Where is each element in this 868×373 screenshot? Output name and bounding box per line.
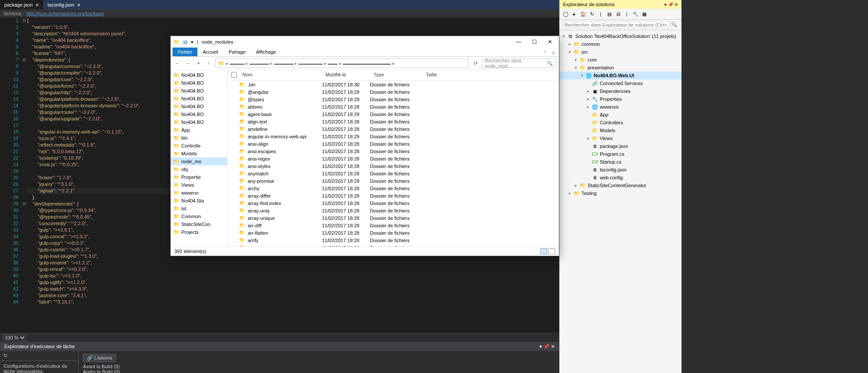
explorer-nav-pane[interactable]: 📁No404.BO📁No404.BO📁No404.BO📁No404.BO📁No4… (171, 70, 228, 246)
file-row[interactable]: 📁abbrev11/02/2017 18:28Dossier de fichie… (228, 103, 559, 110)
tree-item[interactable]: 🗎web.config (560, 174, 681, 181)
select-all-checkbox[interactable] (231, 72, 237, 78)
editor-tab[interactable]: package.json✕ (0, 0, 43, 10)
nav-tree-item[interactable]: 📁No404.BO (171, 103, 227, 110)
solution-tree[interactable]: ▾ ⧉ Solution 'No404BackOfficeSolution' (… (560, 31, 681, 373)
collapse-icon[interactable]: ⊟ (615, 10, 622, 17)
file-row[interactable]: 📁any-promise11/02/2017 18:29Dossier de f… (228, 177, 559, 185)
nav-tree-item[interactable]: 📁No404.BO (171, 71, 227, 79)
nav-tree-item[interactable]: 📁Common (171, 212, 227, 220)
solution-search-input[interactable] (562, 21, 669, 29)
explorer-search[interactable]: Rechercher dans : node_mod… 🔍 (482, 58, 556, 68)
nav-tree-item[interactable]: 📁No404.BO (171, 110, 227, 118)
home-icon[interactable]: 🏠 (580, 10, 587, 17)
file-row[interactable]: 📁array-find-index11/02/2017 18:28Dossier… (228, 199, 559, 207)
nav-tree-item[interactable]: 📁No404.BO (171, 79, 227, 87)
tree-item[interactable]: ▾🌐No404.BO.Web.UI (560, 72, 681, 79)
back-icon[interactable]: ◯ (562, 10, 569, 17)
file-row[interactable]: 📁ansi-styles11/02/2017 18:28Dossier de f… (228, 162, 559, 170)
nav-tree-item[interactable]: 📁Propertie (171, 173, 227, 181)
column-size[interactable]: Taille (422, 70, 449, 80)
view-icon[interactable]: ▦ (641, 10, 648, 17)
ribbon-tab[interactable]: Accueil (197, 48, 223, 56)
column-modified[interactable]: Modifié le (322, 70, 370, 80)
maximize-button[interactable]: ☐ (528, 39, 540, 45)
nav-back-button[interactable]: ← (173, 61, 181, 66)
tree-item[interactable]: ▾📁presentation (560, 64, 681, 72)
nav-dropdown-icon[interactable]: ▾ (194, 61, 202, 65)
nav-tree-item[interactable]: 📁tst (171, 205, 227, 212)
file-row[interactable]: 📁@angular11/02/2017 18:29Dossier de fich… (228, 88, 559, 96)
nav-tree-item[interactable]: 📁wwwroo (171, 189, 227, 197)
nav-tree-item[interactable]: 📁bin (171, 134, 227, 142)
ribbon-tab[interactable]: Partage (223, 48, 251, 56)
tree-item[interactable]: ▸📁common (560, 40, 681, 48)
column-type[interactable]: Type (370, 70, 422, 80)
show-all-icon[interactable]: ▤ (606, 10, 613, 17)
nav-tree-item[interactable]: 📁Views (171, 181, 227, 189)
file-row[interactable]: 📁arr-flatten11/02/2017 18:28Dossier de f… (228, 229, 559, 236)
nav-fwd-button[interactable]: → (184, 61, 192, 66)
nav-tree-item[interactable]: 📁No404.Sta (171, 197, 227, 205)
nav-tree-item[interactable]: 📁App (171, 126, 227, 134)
tree-item[interactable]: 📁Models (560, 127, 681, 134)
file-row[interactable]: 📁ansi-escapes11/02/2017 18:28Dossier de … (228, 147, 559, 155)
solution-toolbar[interactable]: ◯ ▸ 🏠 ↻ | ▤ ⊟ | 🔧 ▦ (560, 9, 681, 20)
nav-tree-item[interactable]: 📁No404.BO (171, 118, 227, 126)
schema-url[interactable]: http://json.schemastore.org/package (26, 11, 104, 16)
nav-tree-item[interactable]: 📁No404.BO (171, 87, 227, 95)
tree-item[interactable]: ▸📁core (560, 56, 681, 64)
sync-icon[interactable]: ↻ (588, 10, 595, 17)
tree-item[interactable]: ▸📁Testing (560, 189, 681, 197)
nav-tree-item[interactable]: 📁Projects (171, 228, 227, 236)
dropdown-icon[interactable]: ▾ (191, 39, 194, 45)
ribbon-expand-icon[interactable]: ˅ (541, 51, 549, 56)
nav-tree-item[interactable]: 📁obj (171, 165, 227, 173)
tab-close-icon[interactable]: ✕ (35, 3, 39, 7)
file-row[interactable]: 📁array-unique11/02/2017 18:28Dossier de … (228, 214, 559, 222)
nav-tree-item[interactable]: 📁Controlle (171, 142, 227, 150)
quick-access-icon[interactable]: ▤ (183, 39, 187, 45)
tree-item[interactable]: 📁Controllers (560, 119, 681, 127)
zoom-select[interactable]: 100 % (3, 334, 26, 341)
refresh-button[interactable]: ↻ (0, 351, 78, 361)
tree-item[interactable]: C#Program.cs (560, 150, 681, 158)
file-row[interactable]: 📁archy11/02/2017 18:28Dossier de fichier… (228, 185, 559, 192)
close-button[interactable]: ✕ (544, 39, 556, 45)
tree-item[interactable]: 📁App (560, 111, 681, 119)
tree-item[interactable]: ▸🔧Properties (560, 95, 681, 103)
file-row[interactable]: 📁@types11/02/2017 18:29Dossier de fichie… (228, 96, 559, 103)
tree-item[interactable]: 🗎package.json (560, 142, 681, 150)
file-row[interactable]: 📁array-uniq11/02/2017 18:28Dossier de fi… (228, 207, 559, 214)
solution-root[interactable]: ▾ ⧉ Solution 'No404BackOfficeSolution' (… (560, 32, 681, 40)
help-icon[interactable]: ? (549, 51, 557, 56)
explorer-file-list[interactable]: Nom Modifié le Type Taille 📁.bin11/02/20… (228, 70, 559, 246)
ribbon-tab[interactable]: Affichage (251, 48, 281, 56)
file-row[interactable]: 📁anymatch11/02/2017 18:28Dossier de fich… (228, 170, 559, 177)
search-icon[interactable]: 🔍 (669, 21, 679, 29)
refresh-icon[interactable]: ⟳ (471, 61, 479, 66)
tree-item[interactable]: ▸📁Views (560, 134, 681, 142)
properties-icon[interactable]: 🔧 (632, 10, 639, 17)
minimize-button[interactable]: — (512, 39, 525, 45)
tree-item[interactable]: ▸▣Dependencies (560, 87, 681, 95)
tree-item[interactable]: ▸🌐wwwroot (560, 103, 681, 111)
nav-tree-item[interactable]: 📁Models (171, 150, 227, 157)
tree-item[interactable]: ▸📁StaticSiteContentGenerator (560, 181, 681, 189)
file-row[interactable]: 📁angular-in-memory-web-api11/02/2017 18:… (228, 133, 559, 140)
tree-item[interactable]: ▾📁src (560, 48, 681, 56)
column-headers[interactable]: Nom Modifié le Type Taille (228, 70, 559, 81)
fwd-icon[interactable]: ▸ (571, 10, 578, 17)
view-mode-icons[interactable] (540, 248, 555, 254)
nav-tree-item[interactable]: 📁No404.BO (171, 95, 227, 103)
file-row[interactable]: 📁.bin11/02/2017 18:30Dossier de fichiers (228, 81, 559, 88)
file-row[interactable]: 📁ansi-align11/02/2017 18:28Dossier de fi… (228, 140, 559, 147)
tree-item[interactable]: 🔗Connected Services (560, 79, 681, 87)
tree-item[interactable]: C#Startup.cs (560, 158, 681, 166)
file-row[interactable]: 📁arrify11/02/2017 18:28Dossier de fichie… (228, 236, 559, 244)
file-row[interactable]: 📁amdefine11/02/2017 18:28Dossier de fich… (228, 125, 559, 133)
nav-up-button[interactable]: ↑ (205, 61, 213, 66)
file-row[interactable]: 📁agent-base11/02/2017 18:29Dossier de fi… (228, 110, 559, 118)
tree-item[interactable]: 🗎tsconfig.json (560, 166, 681, 174)
bindings-tab[interactable]: 🔗 Liaisons (83, 354, 116, 362)
